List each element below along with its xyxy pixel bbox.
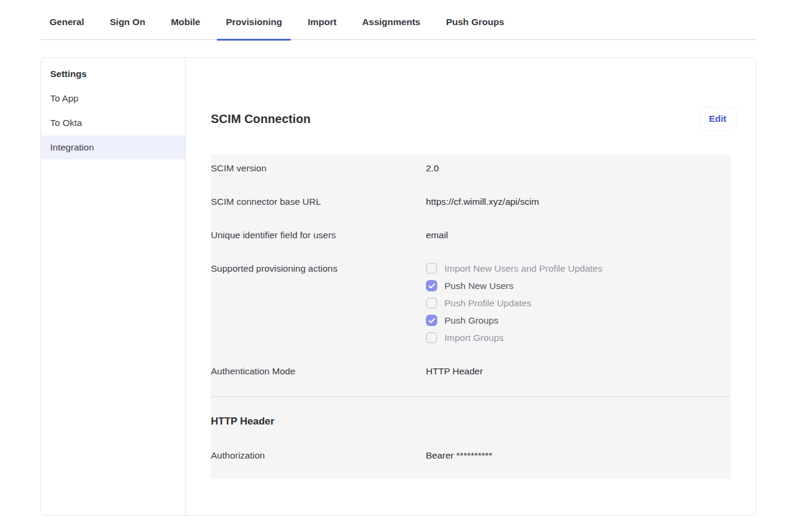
field-row-scim-version: SCIM version 2.0 <box>211 158 731 174</box>
field-label: SCIM version <box>211 163 426 174</box>
tab-assignments[interactable]: Assignments <box>353 7 429 39</box>
checkbox-item-push-new-users: Push New Users <box>426 280 602 291</box>
app-tabbar: General Sign On Mobile Provisioning Impo… <box>41 7 756 40</box>
tab-general[interactable]: General <box>41 7 93 39</box>
checkbox-label: Import Groups <box>444 333 504 343</box>
checkbox-item-import-groups: Import Groups <box>426 332 602 343</box>
field-label: Unique identifier field for users <box>211 230 426 241</box>
field-value: HTTP Header <box>426 366 483 377</box>
provisioning-actions-list: Import New Users and Profile Updates Pus… <box>426 263 602 343</box>
main-content: SCIM Connection Edit SCIM version 2.0 SC… <box>186 58 756 515</box>
checkbox-item-import-new-users: Import New Users and Profile Updates <box>426 263 602 274</box>
field-label: SCIM connector base URL <box>211 196 426 207</box>
field-value: 2.0 <box>426 163 439 174</box>
tab-sign-on[interactable]: Sign On <box>101 7 154 39</box>
checkbox-item-push-groups: Push Groups <box>426 315 602 326</box>
checkbox-label: Push Groups <box>444 315 498 326</box>
sidebar-title: Settings <box>41 61 185 86</box>
edit-button[interactable]: Edit <box>699 107 737 131</box>
tab-list: General Sign On Mobile Provisioning Impo… <box>41 7 756 39</box>
checkbox-label: Import New Users and Profile Updates <box>444 263 602 274</box>
field-value: https://cf.wimill.xyz/api/scim <box>426 196 539 207</box>
section-header: SCIM Connection Edit <box>211 107 731 131</box>
sidebar-item-to-app[interactable]: To App <box>41 87 185 110</box>
field-row-authentication-mode: Authentication Mode HTTP Header <box>211 366 731 377</box>
tab-provisioning[interactable]: Provisioning <box>217 7 291 39</box>
field-label: Authorization <box>211 450 426 461</box>
field-row-unique-identifier: Unique identifier field for users email <box>211 230 731 241</box>
scim-connection-panel: SCIM version 2.0 SCIM connector base URL… <box>211 155 731 479</box>
checkbox-label: Push New Users <box>444 281 513 291</box>
check-icon <box>428 283 435 289</box>
checkbox-push-profile-updates[interactable] <box>426 297 437 309</box>
field-value: Bearer ********** <box>426 450 492 461</box>
tab-mobile[interactable]: Mobile <box>162 7 209 39</box>
tab-push-groups[interactable]: Push Groups <box>437 7 513 39</box>
settings-sidebar: Settings To App To Okta Integration <box>41 58 186 515</box>
checkbox-import-groups[interactable] <box>426 332 437 343</box>
checkbox-label: Push Profile Updates <box>444 298 532 309</box>
provisioning-settings-page: General Sign On Mobile Provisioning Impo… <box>0 0 810 532</box>
sidebar-item-integration[interactable]: Integration <box>41 136 185 159</box>
tab-import[interactable]: Import <box>299 7 345 39</box>
checkbox-push-new-users[interactable] <box>426 280 437 291</box>
field-value: email <box>426 230 448 241</box>
field-row-provisioning-actions: Supported provisioning actions Import Ne… <box>211 263 731 343</box>
field-row-authorization: Authorization Bearer ********** <box>211 450 731 461</box>
checkbox-push-groups[interactable] <box>426 315 437 326</box>
field-label: Supported provisioning actions <box>211 263 426 274</box>
field-label: Authentication Mode <box>211 366 426 377</box>
check-icon <box>428 318 435 324</box>
checkbox-item-push-profile-updates: Push Profile Updates <box>426 297 602 309</box>
page-title: SCIM Connection <box>211 112 311 126</box>
content-card: Settings To App To Okta Integration SCIM… <box>41 57 756 516</box>
sidebar-item-to-okta[interactable]: To Okta <box>41 111 185 135</box>
http-header-section-title: HTTP Header <box>211 416 731 428</box>
section-divider <box>211 396 731 397</box>
field-row-base-url: SCIM connector base URL https://cf.wimil… <box>211 196 731 207</box>
checkbox-import-new-users[interactable] <box>426 263 437 274</box>
